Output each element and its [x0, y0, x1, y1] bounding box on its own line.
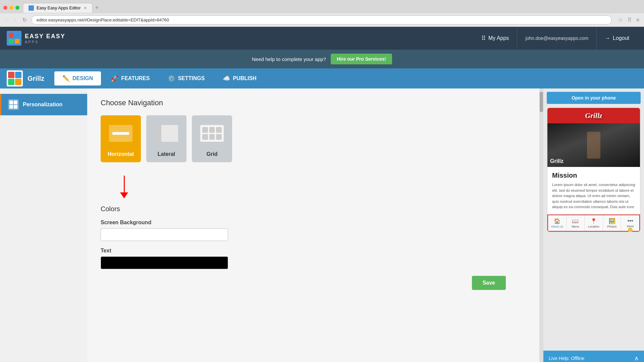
preview-inner: Open in your phone Grillz Grillz: [543, 88, 644, 351]
nav-option-grid[interactable]: Grid: [192, 115, 232, 162]
app-logo-cell-4: [15, 79, 21, 85]
menu-button[interactable]: ≡: [635, 15, 641, 24]
lateral-label: Lateral: [158, 151, 175, 157]
icon-cell-1: [9, 101, 13, 104]
photos-icon: 🖼️: [609, 218, 615, 224]
tab-features[interactable]: 🚀 FEATURES: [103, 71, 158, 85]
nav-options: Horizontal Lateral: [101, 115, 526, 162]
open-phone-button[interactable]: Open in your phone: [547, 92, 641, 104]
logo-text-sub: APPS: [25, 40, 65, 44]
arrow-container: [120, 176, 128, 198]
section-title: Choose Navigation: [101, 99, 526, 107]
tab-bar: Easy Easy Apps Editor ✕ +: [0, 0, 644, 13]
extensions-button[interactable]: ⠿: [626, 15, 633, 24]
main-content: Choose Navigation Horizontal: [87, 88, 539, 362]
menu-icon: 📖: [572, 218, 579, 224]
my-apps-nav-item[interactable]: ⠿ My Apps: [473, 27, 517, 50]
logo-cell-3: [9, 39, 14, 44]
features-icon: 🚀: [111, 75, 118, 82]
about-us-label: About Us: [551, 225, 563, 228]
lateral-side: [155, 125, 161, 142]
app-tabs-bar: Grillz ✏️ DESIGN 🚀 FEATURES ⚙️ SETTINGS …: [0, 68, 644, 88]
live-help-close-button[interactable]: ∧: [634, 355, 639, 362]
logo-cell-2: [15, 33, 20, 38]
photos-label: Photos: [607, 225, 617, 228]
text-color-input[interactable]: [101, 256, 228, 269]
lateral-main: [161, 125, 178, 142]
grid-nav-icon: [192, 116, 232, 151]
preview-panel: Open in your phone Grillz Grillz: [543, 88, 644, 362]
tab-title: Easy Easy Apps Editor: [37, 5, 81, 10]
sidebar: Personalization: [0, 88, 87, 362]
grid-cell-6: [216, 134, 222, 140]
horizontal-preview: [109, 125, 132, 142]
save-button[interactable]: Save: [472, 276, 506, 290]
grid-cell-4: [202, 134, 208, 140]
close-window-button[interactable]: [3, 6, 7, 10]
lateral-nav-icon: [147, 116, 186, 151]
phone-nav-about-us[interactable]: 🏠 About Us: [548, 215, 567, 231]
tab-favicon: [29, 5, 34, 11]
refresh-button[interactable]: ↻: [20, 15, 29, 24]
grid-cell-5: [209, 134, 215, 140]
bookmark-button[interactable]: ☆: [617, 15, 624, 24]
nav-option-horizontal[interactable]: Horizontal: [101, 115, 141, 162]
about-us-icon: 🏠: [554, 218, 560, 224]
tab-close-button[interactable]: ✕: [84, 6, 87, 10]
new-tab-button[interactable]: +: [93, 4, 102, 11]
address-bar[interactable]: [32, 15, 611, 24]
grid-preview: [200, 125, 224, 142]
phone-mission-title: Mission: [552, 172, 635, 179]
sidebar-item-label: Personalization: [23, 102, 62, 108]
cursor-indicator: [628, 228, 633, 232]
forward-button[interactable]: ›: [12, 16, 17, 24]
logo-text-main: EASY EASY: [25, 33, 65, 40]
phone-nav-more[interactable]: ••• More: [621, 215, 639, 231]
arrow-head: [120, 192, 128, 198]
screen-background-field: Screen Background: [101, 220, 526, 241]
arrow-line: [124, 176, 125, 192]
tab-design[interactable]: ✏️ DESIGN: [54, 71, 101, 85]
live-help-bar: Live Help: Offline ∧: [543, 351, 644, 362]
content-scrollbar[interactable]: [539, 88, 543, 362]
icon-cell-2: [14, 101, 17, 104]
logo-area: EASY EASY APPS: [7, 31, 65, 46]
phone-nav-menu[interactable]: 📖 Menu: [567, 215, 585, 231]
browser-tab[interactable]: Easy Easy Apps Editor ✕: [23, 3, 93, 13]
app-logo-cell-2: [15, 72, 21, 78]
pro-services-button[interactable]: Hire our Pro Services!: [331, 54, 392, 64]
promo-bar: Need help to complete your app? Hire our…: [0, 50, 644, 68]
more-icon: •••: [628, 218, 633, 224]
screen-background-input[interactable]: [101, 228, 228, 241]
maximize-window-button[interactable]: [15, 6, 19, 10]
menu-label: Menu: [572, 225, 579, 228]
promo-text: Need help to complete your app?: [252, 56, 326, 62]
horizontal-nav-icon: [101, 116, 141, 151]
minimize-window-button[interactable]: [9, 6, 13, 10]
back-button[interactable]: ‹: [3, 16, 9, 24]
phone-hero: Grillz: [547, 123, 640, 167]
app-header: EASY EASY APPS ⠿ My Apps john.doe@easyea…: [0, 27, 644, 50]
tab-settings[interactable]: ⚙️ SETTINGS: [160, 71, 213, 85]
phone-nav-location[interactable]: 📍 Location: [585, 215, 603, 231]
app-name: Grillz: [28, 75, 44, 82]
logo-text: EASY EASY APPS: [25, 33, 65, 44]
scrollbar-thumb[interactable]: [540, 92, 543, 112]
tab-publish[interactable]: ☁️ PUBLISH: [215, 71, 264, 85]
design-icon: ✏️: [62, 75, 70, 82]
phone-hero-label: Grillz: [550, 158, 564, 164]
sidebar-item-personalization[interactable]: Personalization: [0, 94, 87, 115]
user-email-nav-item[interactable]: john.doe@easyeasyapps.com: [517, 27, 597, 50]
phone-mockup: Grillz Grillz Mission Lorem ipsum dolor …: [547, 107, 641, 232]
phone-app-name: Grillz: [585, 111, 602, 120]
location-label: Location: [588, 225, 599, 228]
phone-nav-photos[interactable]: 🖼️ Photos: [603, 215, 622, 231]
header-nav: ⠿ My Apps john.doe@easyeasyapps.com → Lo…: [473, 27, 637, 50]
text-color-label: Text: [101, 248, 526, 254]
app-logo: [7, 70, 23, 86]
nav-option-lateral[interactable]: Lateral: [146, 115, 186, 162]
lateral-preview: [155, 125, 178, 142]
my-apps-label: My Apps: [488, 35, 509, 41]
browser-actions: ☆ ⠿ ≡: [617, 15, 641, 24]
logout-button[interactable]: → Logout: [597, 35, 637, 41]
